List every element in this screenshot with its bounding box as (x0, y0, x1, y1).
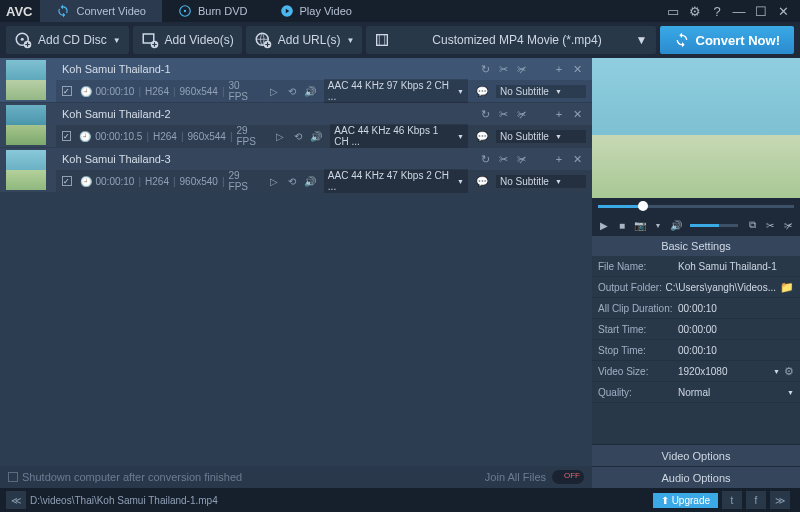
minimize-icon[interactable]: — (730, 2, 748, 20)
refresh-icon[interactable]: ↻ (476, 150, 494, 168)
remove-icon[interactable]: ✕ (568, 60, 586, 78)
convert-now-button[interactable]: Convert Now! (660, 26, 795, 54)
player-controls: ▶ ■ 📷 ▼ 🔊 ⧉ ✂ ✂̷ (592, 214, 800, 236)
add-cd-disc-button[interactable]: Add CD Disc▼ (6, 26, 129, 54)
video-size-select[interactable]: 1920x1080▼⚙ (678, 365, 794, 378)
clock-icon: 🕘 (80, 176, 92, 187)
app-logo: AVC (6, 4, 32, 19)
join-files-toggle[interactable] (552, 470, 584, 484)
refresh-icon[interactable]: ↻ (476, 60, 494, 78)
filename-field[interactable]: Koh Samui Thailand-1 (678, 261, 794, 272)
volume-slider[interactable] (690, 224, 738, 227)
output-profile-select[interactable]: Customized MP4 Movie (*.mp4) ▼ (366, 26, 655, 54)
play-icon[interactable]: ▶ (596, 217, 612, 233)
quality-select[interactable]: Normal▼ (678, 387, 794, 398)
play-circle-icon (280, 4, 294, 18)
stop-time-field[interactable]: 00:00:10 (678, 345, 794, 356)
subtitle-icon: 💬 (476, 176, 488, 187)
tab-label: Burn DVD (198, 5, 248, 17)
prev-icon[interactable]: ≪ (6, 491, 26, 509)
folder-icon[interactable]: 📁 (780, 281, 794, 294)
nav-icon[interactable]: ⟲ (294, 131, 302, 142)
svg-point-1 (184, 10, 186, 12)
chevron-down-icon: ▼ (113, 36, 121, 45)
gear-icon[interactable]: ⚙ (784, 365, 794, 378)
tab-play-video[interactable]: Play Video (264, 0, 368, 22)
next-icon[interactable]: ≫ (770, 491, 790, 509)
subtitle-select[interactable]: No Subtitle▼ (496, 130, 586, 143)
item-title: Koh Samui Thailand-2 (62, 108, 476, 120)
crop-icon[interactable]: ✂̷ (512, 150, 530, 168)
list-item[interactable]: Koh Samui Thailand-1 ↻ ✂ ✂̷ + ✕ ✓ 🕘 00:0… (0, 58, 592, 102)
cut-icon[interactable]: ✂ (494, 150, 512, 168)
film-plus-icon (141, 31, 159, 49)
dropdown-icon[interactable]: ▼ (650, 217, 666, 233)
plus-icon[interactable]: + (550, 105, 568, 123)
subtitle-select[interactable]: No Subtitle▼ (496, 85, 586, 98)
main-toolbar: Add CD Disc▼ Add Video(s) Add URL(s)▼ Cu… (0, 22, 800, 58)
add-videos-button[interactable]: Add Video(s) (133, 26, 242, 54)
crop-icon[interactable]: ✂̷ (512, 105, 530, 123)
subtitle-select[interactable]: No Subtitle▼ (496, 175, 586, 188)
item-checkbox[interactable]: ✓ (62, 86, 72, 96)
cut-icon[interactable]: ✂ (494, 105, 512, 123)
file-list: Koh Samui Thailand-1 ↻ ✂ ✂̷ + ✕ ✓ 🕘 00:0… (0, 58, 592, 488)
item-title: Koh Samui Thailand-1 (62, 63, 476, 75)
refresh-icon (674, 32, 690, 48)
seek-bar[interactable] (592, 198, 800, 214)
audio-options-button[interactable]: Audio Options (592, 466, 800, 488)
output-folder-field[interactable]: C:\Users\yangh\Videos...📁 (666, 281, 794, 294)
film-icon (374, 32, 390, 48)
nav-icon[interactable]: ⟲ (288, 86, 296, 97)
item-checkbox[interactable]: ✓ (62, 131, 71, 141)
nav-icon[interactable]: ⟲ (288, 176, 296, 187)
audio-track-select[interactable]: AAC 44 KHz 46 Kbps 1 CH ...▼ (330, 124, 468, 148)
list-footer: Shutdown computer after conversion finis… (0, 466, 592, 488)
item-checkbox[interactable]: ✓ (62, 176, 72, 186)
subtitle-icon: 💬 (476, 86, 488, 97)
svg-point-4 (21, 38, 24, 41)
close-icon[interactable]: ✕ (774, 2, 792, 20)
video-thumbnail (6, 105, 46, 145)
subtitle-icon: 💬 (476, 131, 488, 142)
twitter-icon[interactable]: t (722, 491, 742, 509)
video-thumbnail (6, 150, 46, 190)
facebook-icon[interactable]: f (746, 491, 766, 509)
cut-icon[interactable]: ✂ (762, 217, 778, 233)
refresh-icon[interactable]: ↻ (476, 105, 494, 123)
video-options-button[interactable]: Video Options (592, 444, 800, 466)
cut-icon[interactable]: ✂ (494, 60, 512, 78)
audio-track-select[interactable]: AAC 44 KHz 97 Kbps 2 CH ...▼ (324, 79, 468, 103)
disc-icon (178, 4, 192, 18)
plus-icon[interactable]: + (550, 60, 568, 78)
crop-icon[interactable]: ✂̷ (512, 60, 530, 78)
start-time-field[interactable]: 00:00:00 (678, 324, 794, 335)
tab-convert-video[interactable]: Convert Video (40, 0, 162, 22)
list-item[interactable]: Koh Samui Thailand-3 ↻ ✂ ✂̷ + ✕ ✓ 🕘 00:0… (0, 148, 592, 192)
svg-rect-10 (377, 35, 388, 46)
snapshot-icon[interactable]: 📷 (632, 217, 648, 233)
tab-burn-dvd[interactable]: Burn DVD (162, 0, 264, 22)
upgrade-button[interactable]: ⬆ Upgrade (653, 493, 718, 508)
gear-icon[interactable]: ⚙ (686, 2, 704, 20)
clock-icon: 🕘 (79, 131, 91, 142)
chevron-down-icon: ▼ (636, 33, 648, 47)
remove-icon[interactable]: ✕ (568, 105, 586, 123)
maximize-icon[interactable]: ☐ (752, 2, 770, 20)
loop-icon[interactable]: ⧉ (744, 217, 760, 233)
shutdown-checkbox[interactable] (8, 472, 18, 482)
remove-icon[interactable]: ✕ (568, 150, 586, 168)
volume-icon[interactable]: 🔊 (668, 217, 684, 233)
crop-icon[interactable]: ✂̷ (780, 217, 796, 233)
plus-icon[interactable]: + (550, 150, 568, 168)
audio-track-select[interactable]: AAC 44 KHz 47 Kbps 2 CH ...▼ (324, 169, 468, 193)
list-item[interactable]: Koh Samui Thailand-2 ↻ ✂ ✂̷ + ✕ ✓ 🕘 00:0… (0, 103, 592, 147)
side-panel: ▶ ■ 📷 ▼ 🔊 ⧉ ✂ ✂̷ Basic Settings File Nam… (592, 58, 800, 488)
stop-icon[interactable]: ■ (614, 217, 630, 233)
speaker-icon: 🔊 (304, 176, 316, 187)
menu-icon[interactable]: ▭ (664, 2, 682, 20)
add-urls-button[interactable]: Add URL(s)▼ (246, 26, 363, 54)
help-icon[interactable]: ? (708, 2, 726, 20)
status-path: D:\videos\Thai\Koh Samui Thailand-1.mp4 (30, 495, 218, 506)
chevron-down-icon: ▼ (346, 36, 354, 45)
